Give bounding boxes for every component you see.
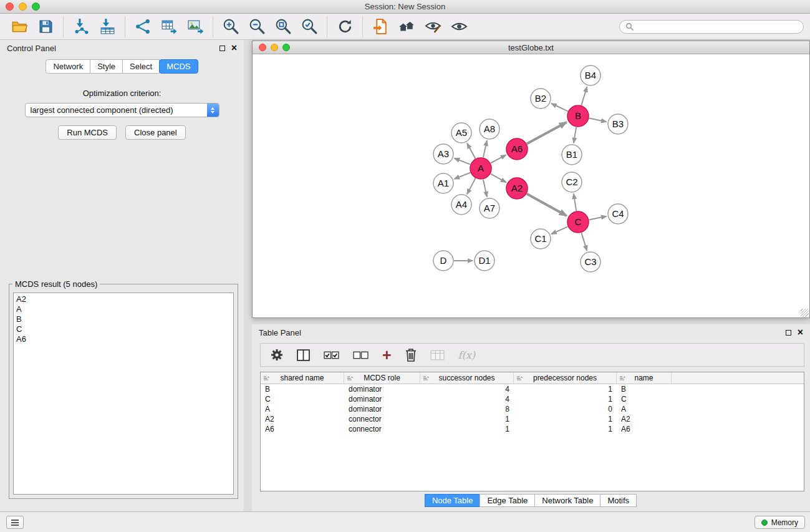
import-session-button[interactable] xyxy=(367,16,393,38)
graph-edge-B-B1[interactable] xyxy=(574,127,576,143)
criterion-dropdown[interactable]: largest connected component (directed) xyxy=(25,103,219,117)
search-input[interactable] xyxy=(637,22,798,31)
graph-edge-A2-C[interactable] xyxy=(527,194,567,216)
column-header-name[interactable]: name xyxy=(617,372,672,384)
mcds-result-item[interactable]: A6 xyxy=(16,334,231,344)
select-all-button[interactable] xyxy=(324,351,339,360)
table-cell: 4 xyxy=(420,385,514,394)
import-table-file-button[interactable] xyxy=(94,16,120,38)
network-window-traffic-lights xyxy=(259,44,290,51)
table-cell: 1 xyxy=(514,415,617,423)
graph-edge-A-A5[interactable] xyxy=(467,143,475,159)
graph-edge-A-A6[interactable] xyxy=(491,155,506,163)
table-cell: B xyxy=(261,385,344,394)
network-close-button[interactable] xyxy=(259,44,266,51)
control-tab-style[interactable]: Style xyxy=(90,59,123,74)
graph-edge-A6-B[interactable] xyxy=(527,122,567,143)
float-panel-button[interactable] xyxy=(219,46,225,51)
optimization-criterion-label: Optimization criterion: xyxy=(0,89,244,98)
table-row[interactable]: A6connector11A6 xyxy=(261,424,804,434)
show-columns-button[interactable] xyxy=(297,349,310,361)
column-header-shared-name[interactable]: shared name xyxy=(261,372,344,384)
search-field[interactable] xyxy=(619,20,804,34)
zoom-selected-icon xyxy=(301,17,319,36)
table-tab-network-table[interactable]: Network Table xyxy=(534,494,600,507)
export-network-button[interactable] xyxy=(130,16,156,38)
export-table-button[interactable] xyxy=(156,16,182,38)
column-header-MCDS-role[interactable]: MCDS role xyxy=(344,372,420,384)
graph-edge-C-C4[interactable] xyxy=(589,216,607,220)
network-zoom-button[interactable] xyxy=(282,44,290,51)
float-table-panel-button[interactable] xyxy=(786,330,791,336)
network-canvas[interactable]: B4B2BB3A8A5A6A3B1AC2A1A2A4A7C4CC1C3DD1 xyxy=(253,54,809,317)
table-row[interactable]: A2connector11A2 xyxy=(261,414,804,424)
table-panel-title: Table Panel xyxy=(259,328,301,337)
mcds-result-list[interactable]: A2ABCA6 xyxy=(13,293,234,495)
close-panel-button-secondary[interactable]: Close panel xyxy=(125,125,186,140)
graph-edge-A-A7[interactable] xyxy=(483,180,487,197)
table-cell: A2 xyxy=(617,415,672,423)
close-window-button[interactable] xyxy=(6,2,14,11)
graph-edge-A-A1[interactable] xyxy=(455,173,471,179)
memory-button[interactable]: Memory xyxy=(755,516,805,529)
graph-edge-B-B2[interactable] xyxy=(551,104,568,111)
open-session-button[interactable] xyxy=(6,16,32,38)
criterion-dropdown-value: largest connected component (directed) xyxy=(26,105,207,115)
show-hide-graphics-button[interactable] xyxy=(446,16,472,38)
graph-edge-B-B4[interactable] xyxy=(581,87,587,105)
table-cell: A6 xyxy=(617,425,672,433)
zoom-in-button[interactable] xyxy=(218,16,244,38)
control-tab-select[interactable]: Select xyxy=(122,59,160,74)
graph-edge-C-C3[interactable] xyxy=(581,233,587,251)
refresh-view-button[interactable] xyxy=(332,16,358,38)
graph-edge-A-A8[interactable] xyxy=(483,141,487,158)
table-tab-node-table[interactable]: Node Table xyxy=(425,494,481,507)
minimize-window-button[interactable] xyxy=(19,2,27,11)
close-table-panel-button[interactable]: × xyxy=(798,329,803,336)
close-panel-button[interactable]: × xyxy=(231,44,237,52)
delete-column-button[interactable] xyxy=(405,348,417,362)
resize-grip[interactable] xyxy=(801,309,809,317)
table-tab-edge-table[interactable]: Edge Table xyxy=(480,494,535,507)
add-column-button[interactable]: + xyxy=(382,349,392,361)
column-header-predecessor-nodes[interactable]: predecessor nodes xyxy=(514,372,617,384)
zoom-fit-button[interactable] xyxy=(270,16,296,38)
control-tab-network[interactable]: Network xyxy=(46,59,90,74)
graph-edge-C-C2[interactable] xyxy=(574,194,576,211)
save-session-button[interactable] xyxy=(32,16,59,38)
table-row[interactable]: Adominator80A xyxy=(261,404,804,414)
graph-node-label: A2 xyxy=(511,183,523,193)
mcds-result-item[interactable]: A xyxy=(16,304,231,314)
network-minimize-button[interactable] xyxy=(271,44,278,51)
mcds-result-item[interactable]: A2 xyxy=(16,294,231,304)
toggle-graphics-details-button[interactable] xyxy=(420,16,446,38)
zoom-selected-button[interactable] xyxy=(296,16,322,38)
graph-edge-A-A3[interactable] xyxy=(455,158,471,165)
gear-icon xyxy=(271,349,283,361)
export-image-button[interactable] xyxy=(182,16,208,38)
show-panels-menu-button[interactable] xyxy=(6,516,24,529)
graph-edge-A-A2[interactable] xyxy=(491,174,506,183)
control-tab-mcds[interactable]: MCDS xyxy=(159,59,198,74)
table-settings-button[interactable] xyxy=(271,349,283,361)
overview-button[interactable] xyxy=(393,16,420,38)
network-graph[interactable]: B4B2BB3A8A5A6A3B1AC2A1A2A4A7C4CC1C3DD1 xyxy=(253,54,809,317)
table-row[interactable]: Bdominator41B xyxy=(261,384,804,394)
graph-edge-B-B3[interactable] xyxy=(589,118,607,122)
table-tab-motifs[interactable]: Motifs xyxy=(600,494,637,507)
table-row[interactable]: Cdominator41C xyxy=(261,394,804,404)
zoom-window-button[interactable] xyxy=(32,2,40,11)
import-network-file-button[interactable] xyxy=(68,16,94,38)
graph-edge-A-A4[interactable] xyxy=(467,178,476,194)
toolbar-separator xyxy=(125,16,125,37)
mcds-result-item[interactable]: B xyxy=(16,314,231,324)
graph-node-label: A6 xyxy=(511,143,523,154)
mcds-result-item[interactable]: C xyxy=(16,324,231,334)
deselect-all-button[interactable] xyxy=(353,351,369,360)
titlebar: Session: New Session xyxy=(0,0,810,14)
zoom-out-button[interactable] xyxy=(244,16,270,38)
column-header-successor-nodes[interactable]: successor nodes xyxy=(420,372,514,384)
run-mcds-button[interactable]: Run MCDS xyxy=(58,125,117,140)
graph-edge-C-C1[interactable] xyxy=(551,226,567,234)
graph-node-label: C4 xyxy=(612,208,624,219)
